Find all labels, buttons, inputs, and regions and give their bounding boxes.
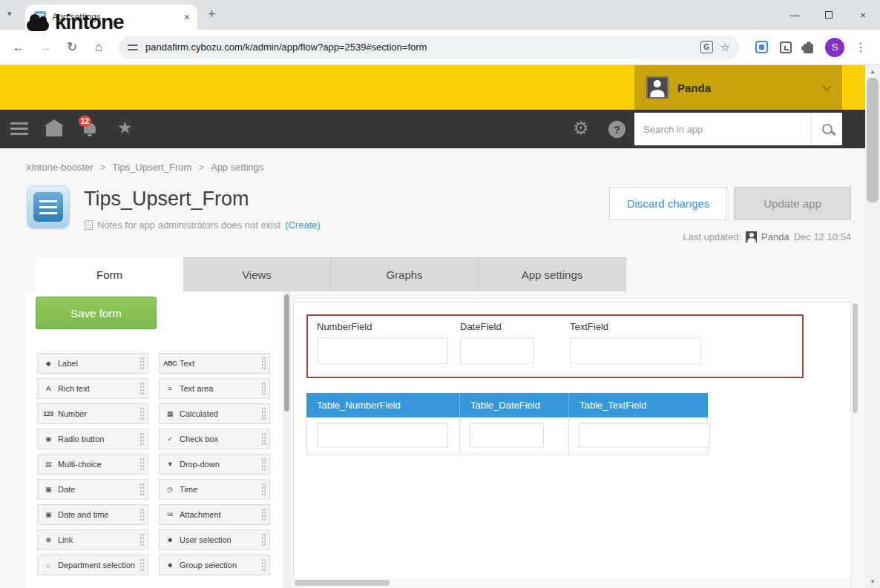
- drag-handle-icon[interactable]: [261, 432, 266, 446]
- palette-field-item[interactable]: ◷ Time: [159, 479, 270, 500]
- multi-choice-field-icon: ▤: [42, 460, 55, 468]
- tab-views[interactable]: Views: [183, 257, 331, 291]
- canvas-horizontal-scrollbar[interactable]: [293, 578, 850, 588]
- label-field-icon: ◆: [42, 360, 55, 367]
- palette-field-item[interactable]: ABC Text: [159, 353, 270, 374]
- user-menu[interactable]: Panda: [634, 65, 842, 110]
- palette-field-item[interactable]: ◆ Label: [37, 353, 148, 374]
- tab-app-settings[interactable]: App settings: [479, 257, 626, 291]
- palette-field-item[interactable]: ⊛ Link: [37, 529, 148, 550]
- table-header-cell[interactable]: Table_TextField: [569, 393, 707, 417]
- drag-handle-icon[interactable]: [139, 483, 145, 496]
- tab-form[interactable]: Form: [36, 257, 183, 291]
- drag-handle-icon[interactable]: [139, 432, 145, 446]
- hamburger-menu-icon[interactable]: [10, 122, 28, 135]
- scrollbar-up-arrow[interactable]: ▲: [865, 65, 880, 78]
- palette-field-item[interactable]: A Rich text: [37, 378, 148, 399]
- drag-handle-icon[interactable]: [261, 533, 266, 546]
- window-close-button[interactable]: ×: [846, 0, 880, 30]
- address-bar[interactable]: pandafirm.cybozu.com/k/admin/app/flow?ap…: [119, 36, 739, 59]
- drag-handle-icon[interactable]: [139, 357, 145, 370]
- create-notes-link[interactable]: (Create): [285, 219, 321, 231]
- browser-scrollbar-thumb[interactable]: [867, 78, 879, 202]
- screen-capture-icon[interactable]: [780, 42, 792, 53]
- browser-scrollbar[interactable]: ▲ ▼: [865, 65, 880, 588]
- bookmark-star-icon[interactable]: ☆: [720, 41, 730, 54]
- extensions-puzzle-icon[interactable]: [804, 44, 813, 53]
- palette-field-item[interactable]: ▦ Calculated: [159, 403, 270, 424]
- tab-close-icon[interactable]: ×: [183, 10, 191, 24]
- palette-field-item[interactable]: ◉ Radio button: [37, 429, 148, 449]
- new-tab-button[interactable]: +: [208, 7, 216, 22]
- drag-handle-icon[interactable]: [139, 457, 145, 471]
- table-cell[interactable]: [569, 417, 706, 455]
- drag-handle-icon[interactable]: [261, 382, 266, 395]
- search-button[interactable]: [811, 113, 842, 145]
- canvas-vertical-scrollbar-thumb[interactable]: [853, 303, 858, 413]
- translate-icon[interactable]: G: [700, 41, 713, 53]
- browser-menu-icon[interactable]: ⋮: [849, 40, 873, 54]
- drag-handle-icon[interactable]: [139, 382, 145, 395]
- palette-field-item[interactable]: ▼ Drop-down: [159, 454, 270, 475]
- palette-field-item[interactable]: ☻ Group selection: [159, 555, 270, 575]
- kintone-logo[interactable]: kintone: [27, 10, 124, 34]
- browser-profile-avatar[interactable]: S: [825, 38, 844, 57]
- reload-button[interactable]: ↻: [61, 36, 83, 59]
- palette-field-item[interactable]: 123 Number: [37, 403, 148, 424]
- tab-graphs[interactable]: Graphs: [331, 257, 479, 291]
- update-app-button[interactable]: Update app: [734, 187, 851, 220]
- table-cell[interactable]: [460, 417, 569, 455]
- drop-down-field-icon: ▼: [163, 460, 177, 468]
- palette-field-item[interactable]: ▤ Multi-choice: [37, 454, 148, 475]
- tab-search-chevron-icon[interactable]: ▾: [7, 9, 12, 19]
- portal-home-icon[interactable]: [46, 126, 62, 136]
- table-header-cell[interactable]: Table_DateField: [460, 393, 569, 417]
- app-search-input[interactable]: [634, 113, 811, 145]
- palette-field-item[interactable]: ▣ Date: [37, 479, 148, 500]
- drag-handle-icon[interactable]: [261, 407, 266, 420]
- breadcrumb-link[interactable]: Tips_Upsert_From: [112, 162, 191, 173]
- palette-field-item[interactable]: ✉ Attachment: [159, 504, 270, 525]
- palette-field-item[interactable]: ≡ Text area: [159, 378, 270, 399]
- drag-handle-icon[interactable]: [139, 407, 145, 420]
- canvas-horizontal-scrollbar-thumb[interactable]: [295, 580, 390, 586]
- canvas-vertical-scrollbar[interactable]: [850, 302, 858, 588]
- settings-gear-icon[interactable]: ⚙: [573, 118, 589, 139]
- form-field[interactable]: TextField: [570, 316, 711, 377]
- save-form-button[interactable]: Save form: [36, 297, 157, 329]
- window-maximize-button[interactable]: [812, 0, 846, 30]
- drag-handle-icon[interactable]: [261, 357, 266, 370]
- forward-button[interactable]: →: [34, 36, 56, 59]
- home-button[interactable]: ⌂: [88, 36, 110, 59]
- drag-handle-icon[interactable]: [261, 558, 266, 572]
- extension-icon[interactable]: [755, 41, 768, 53]
- url-text[interactable]: pandafirm.cybozu.com/k/admin/app/flow?ap…: [145, 42, 693, 53]
- drag-handle-icon[interactable]: [139, 533, 145, 546]
- drag-handle-icon[interactable]: [139, 508, 145, 521]
- palette-field-item[interactable]: ⌂ Department selection: [37, 555, 148, 575]
- back-button[interactable]: ←: [7, 36, 30, 59]
- discard-changes-button[interactable]: Discard changes: [609, 187, 727, 220]
- form-field[interactable]: NumberField: [317, 316, 458, 377]
- breadcrumb-link[interactable]: kintone-booster: [27, 162, 93, 173]
- drag-handle-icon[interactable]: [261, 508, 266, 521]
- favorites-star-icon[interactable]: ★: [117, 118, 133, 138]
- site-info-icon[interactable]: [128, 43, 138, 52]
- notifications-bell-icon[interactable]: 12: [84, 123, 96, 133]
- scrollbar-down-arrow[interactable]: ▼: [865, 575, 880, 588]
- palette-field-item[interactable]: ✓ Check box: [159, 429, 270, 449]
- drag-handle-icon[interactable]: [261, 483, 266, 496]
- drag-handle-icon[interactable]: [261, 457, 266, 471]
- palette-field-label: Group selection: [180, 561, 258, 569]
- form-field[interactable]: DateField: [460, 316, 545, 377]
- table-header-cell[interactable]: Table_NumberField: [306, 393, 460, 417]
- breadcrumb-link[interactable]: App settings: [211, 162, 264, 173]
- help-icon[interactable]: ?: [608, 121, 625, 138]
- palette-scrollbar-thumb[interactable]: [284, 294, 289, 412]
- table-cell[interactable]: [307, 417, 460, 455]
- palette-scrollbar[interactable]: [283, 291, 291, 588]
- palette-field-item[interactable]: ☻ User selection: [159, 529, 270, 550]
- drag-handle-icon[interactable]: [139, 558, 145, 572]
- window-minimize-button[interactable]: —: [778, 0, 812, 30]
- palette-field-item[interactable]: ▣ Date and time: [37, 504, 148, 525]
